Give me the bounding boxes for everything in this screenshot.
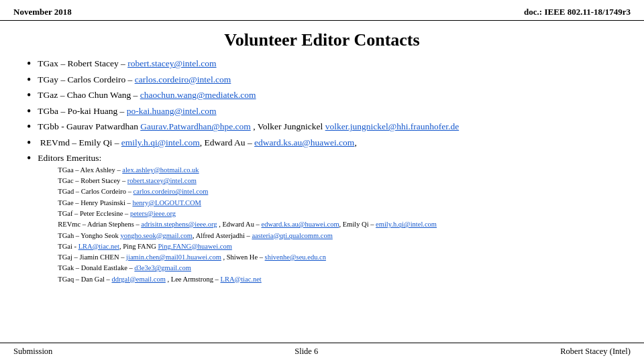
page-title: Volunteer Editor Contacts: [0, 30, 644, 50]
revmd-email1[interactable]: emily.h.qi@intel.com: [121, 137, 200, 147]
emeritus-email[interactable]: henry@LOGOUT.COM: [132, 199, 201, 206]
emeritus-email[interactable]: edward.ks.au@huawei.com: [261, 221, 339, 228]
emeritus-email[interactable]: emily.h.qi@intel.com: [376, 221, 437, 228]
bullet-list: • TGax – Robert Stacey – robert.stacey@i…: [27, 57, 617, 285]
tgay-email[interactable]: carlos.cordeiro@intel.com: [135, 74, 231, 84]
bullet-dot: •: [27, 121, 31, 133]
bullet-dot: •: [27, 105, 31, 117]
header-left: November 2018: [13, 7, 72, 17]
emeritus-email[interactable]: peters@ieee.org: [130, 210, 176, 217]
tgba-email[interactable]: po-kai.huang@intel.com: [127, 106, 217, 116]
emeritus-email[interactable]: adrisitn.stephens@ieee.org: [141, 221, 217, 228]
emeritus-line: TGaa – Alex Ashley – alex.ashley@hotmail…: [58, 165, 617, 176]
tgaz-item: TGaz – Chao Chun Wang – chaochun.wang@me…: [38, 88, 617, 102]
bullet-dot: •: [27, 137, 31, 149]
bullet-dot: •: [27, 74, 31, 86]
tgax-email[interactable]: robert.stacey@intel.com: [127, 58, 216, 68]
content-area: • TGax – Robert Stacey – robert.stacey@i…: [0, 57, 644, 285]
footer-left: Submission: [13, 347, 52, 357]
emeritus-email[interactable]: carlos.cordeiro@intel.com: [133, 188, 209, 195]
footer: Submission Slide 6 Robert Stacey (Intel): [0, 343, 644, 357]
list-item: • TGbb - Gaurav Patwardhan Gaurav.Patwar…: [27, 120, 617, 133]
bullet-dot: •: [27, 152, 31, 164]
list-item: • REVmd – Emily Qi – emily.h.qi@intel.co…: [27, 136, 617, 149]
tgbb-email2[interactable]: volker.jungnickel@hhi.fraunhofer.de: [325, 121, 460, 131]
list-item: • TGaz – Chao Chun Wang – chaochun.wang@…: [27, 88, 617, 102]
emeritus-line: TGac – Robert Stacey – robert.stacey@int…: [58, 176, 617, 186]
emeritus-label: Editors Emeritus: TGaa – Alex Ashley – a…: [38, 152, 617, 284]
tgbb-item: TGbb - Gaurav Patwardhan Gaurav.Patwardh…: [38, 120, 617, 133]
emeritus-line: TGad – Carlos Cordeiro – carlos.cordeiro…: [58, 186, 617, 197]
emeritus-email[interactable]: shivenhe@seu.edu.cn: [265, 253, 326, 261]
emeritus-email[interactable]: aasteria@qti.qualcomm.com: [252, 232, 332, 239]
emeritus-line: TGaq – Dan Gal – ddrgal@email.com , Lee …: [58, 274, 617, 285]
header-right: doc.: IEEE 802.11-18/1749r3: [524, 7, 631, 17]
list-item: • TGba – Po-kai Huang – po-kai.huang@int…: [27, 105, 617, 118]
emeritus-email[interactable]: Ping.FANG@huawei.com: [158, 243, 232, 250]
tgax-item: TGax – Robert Stacey – robert.stacey@int…: [38, 57, 617, 70]
emeritus-line: REVmc – Adrian Stephens – adrisitn.steph…: [58, 219, 617, 230]
emeritus-block: TGaa – Alex Ashley – alex.ashley@hotmail…: [58, 165, 617, 285]
tgaz-email[interactable]: chaochun.wang@mediatek.com: [140, 90, 256, 100]
emeritus-line: TGai - LRA@tiac.net, Ping FANG Ping.FANG…: [58, 241, 617, 252]
emeritus-email[interactable]: ddrgal@email.com: [112, 276, 166, 283]
emeritus-email[interactable]: d3e3e3@gmail.com: [134, 264, 191, 272]
emeritus-line: TGae – Henry Ptasinski – henry@LOGOUT.CO…: [58, 198, 617, 208]
emeritus-line: TGah – Yongho Seok yongho.seok@gmail.com…: [58, 231, 617, 241]
emeritus-email[interactable]: jiamin.chen@mail01.huawei.com: [126, 253, 221, 261]
emeritus-email[interactable]: robert.stacey@intel.com: [127, 177, 197, 184]
header: November 2018 doc.: IEEE 802.11-18/1749r…: [0, 0, 644, 21]
revmd-item: REVmd – Emily Qi – emily.h.qi@intel.com,…: [38, 136, 617, 149]
revmd-email2[interactable]: edward.ks.au@huawei.com: [254, 137, 354, 147]
bullet-dot: •: [27, 58, 31, 70]
tgbb-email1[interactable]: Gaurav.Patwardhan@hpe.com: [140, 121, 251, 131]
list-item: • TGax – Robert Stacey – robert.stacey@i…: [27, 57, 617, 70]
emeritus-email[interactable]: LRA@tiac.net: [78, 243, 119, 250]
tgba-item: TGba – Po-kai Huang – po-kai.huang@intel…: [38, 105, 617, 118]
emeritus-line: TGaf – Peter Ecclesine – peters@ieee.org: [58, 208, 617, 219]
emeritus-email[interactable]: LRA@tiac.net: [221, 276, 262, 283]
emeritus-line: TGak – Donald Eastlake – d3e3e3@gmail.co…: [58, 263, 617, 274]
emeritus-email[interactable]: yongho.seok@gmail.com: [120, 232, 193, 239]
bullet-dot: •: [27, 89, 31, 101]
list-item: • TGay – Carlos Cordeiro – carlos.cordei…: [27, 73, 617, 86]
emeritus-email[interactable]: alex.ashley@hotmail.co.uk: [122, 166, 199, 174]
footer-center: Slide 6: [294, 347, 318, 357]
footer-right: Robert Stacey (Intel): [560, 347, 631, 357]
list-item-emeritus: • Editors Emeritus: TGaa – Alex Ashley –…: [27, 152, 617, 284]
emeritus-line: TGaj – Jiamin CHEN – jiamin.chen@mail01.…: [58, 252, 617, 263]
tgay-item: TGay – Carlos Cordeiro – carlos.cordeiro…: [38, 73, 617, 86]
